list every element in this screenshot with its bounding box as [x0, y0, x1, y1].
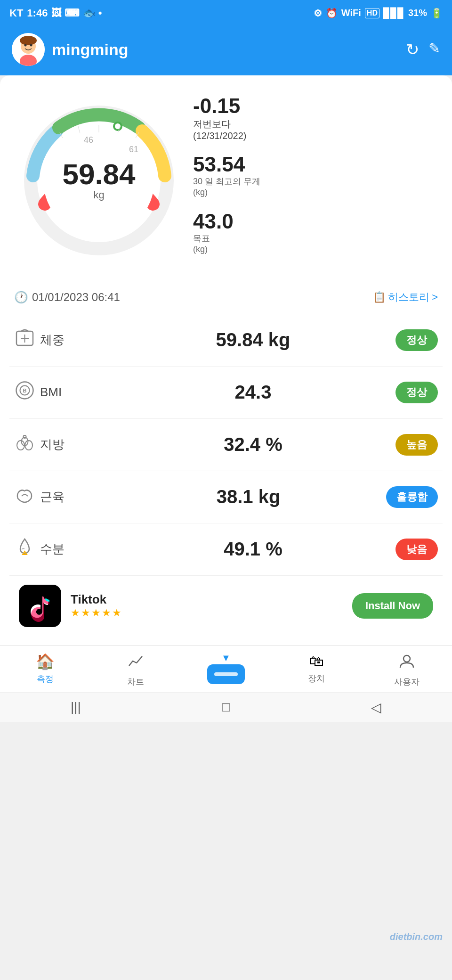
- watermark: dietbin.com: [390, 931, 443, 942]
- header-username: mingming: [52, 41, 128, 59]
- weight-value: 59.84 kg: [111, 329, 396, 351]
- back-button[interactable]: ◁: [371, 700, 381, 715]
- history-button[interactable]: 📋 히스토리 >: [373, 290, 438, 304]
- chart-icon: [127, 653, 144, 673]
- hd-icon: HD: [365, 8, 379, 18]
- gauge-stats: -0.15 저번보다 (12/31/2022) 53.54 30 일 최고의 무…: [193, 94, 433, 267]
- header: mingming ↻ ✎: [0, 26, 452, 75]
- clock-icon: 🕐: [14, 291, 28, 304]
- edit-icon[interactable]: ✎: [428, 40, 440, 59]
- refresh-icon[interactable]: ↻: [406, 40, 419, 59]
- recents-button[interactable]: |||: [71, 700, 81, 715]
- nav-user[interactable]: 사용자: [362, 653, 452, 687]
- measure-label: 측정: [37, 673, 54, 685]
- stat-max-value: 53.54: [193, 153, 433, 176]
- device-icon: 🛍: [309, 653, 324, 670]
- svg-text:B: B: [23, 388, 27, 393]
- notification-icons: 🖼 ⌨ 🐟 •: [51, 7, 102, 19]
- fat-icon: [14, 432, 40, 457]
- gauge-card: 46 61 59.84 kg -0: [9, 85, 443, 276]
- nav-device[interactable]: 🛍 장치: [271, 653, 362, 687]
- stat-goal-label: 목표 (kg): [193, 233, 433, 255]
- metric-row-muscle: 근육 38.1 kg 훌륭함: [9, 471, 443, 523]
- svg-text:46: 46: [84, 135, 93, 145]
- weight-icon: [14, 327, 40, 353]
- muscle-icon: [14, 484, 40, 510]
- stat-change-label: 저번보다 (12/31/2022): [193, 118, 433, 141]
- svg-point-5: [30, 44, 32, 47]
- svg-point-11: [115, 123, 121, 129]
- ad-info: Tiktok ★★★★★: [71, 592, 343, 619]
- main-content: 46 61 59.84 kg -0: [0, 75, 452, 645]
- gauge-center: 59.84 kg: [62, 160, 135, 201]
- metric-row-weight: 체중 59.84 kg 정상: [9, 314, 443, 367]
- wifi-icon: WiFi: [341, 8, 361, 18]
- measure-icon: 🏠: [36, 653, 55, 670]
- water-value: 49.1 %: [111, 539, 396, 560]
- bmi-value: 24.3: [111, 382, 396, 403]
- nav-chart[interactable]: 차트: [90, 653, 181, 687]
- user-icon: [398, 653, 415, 673]
- history-icon: 📋: [373, 291, 386, 303]
- user-label: 사용자: [394, 676, 420, 687]
- home-button[interactable]: □: [222, 700, 230, 715]
- stat-change-value: -0.15: [193, 94, 433, 118]
- fat-value: 32.4 %: [111, 434, 396, 455]
- date-value: 01/01/2023 06:41: [32, 291, 120, 304]
- status-bar: KT 1:46 🖼 ⌨ 🐟 • ⚙ ⏰ WiFi HD ▊▊▊ 31% 🔋: [0, 0, 452, 26]
- stat-goal-value: 43.0: [193, 210, 433, 233]
- system-nav: ||| □ ◁: [0, 692, 452, 722]
- svg-point-29: [404, 655, 410, 662]
- gauge-unit: kg: [62, 189, 135, 201]
- alarm-icon: ⏰: [326, 8, 338, 19]
- gauge-container: 46 61 59.84 kg: [19, 100, 179, 261]
- water-icon: !: [14, 537, 40, 562]
- bmi-badge: 정상: [396, 382, 438, 403]
- svg-point-2: [20, 36, 37, 45]
- chevron-right-icon: >: [432, 291, 438, 303]
- svg-text:61: 61: [129, 145, 138, 154]
- ad-stars: ★★★★★: [71, 607, 343, 619]
- nav-measure[interactable]: 🏠 측정: [0, 653, 90, 687]
- install-now-button[interactable]: Install Now: [352, 593, 433, 619]
- bmi-icon: B: [14, 380, 40, 405]
- metric-row-bmi: B BMI 24.3 정상: [9, 367, 443, 419]
- battery-icon: 🔋: [431, 8, 443, 19]
- date-text: 🕐 01/01/2023 06:41: [14, 291, 120, 304]
- status-right: ⚙ ⏰ WiFi HD ▊▊▊ 31% 🔋: [314, 8, 443, 19]
- muscle-label: 근육: [40, 489, 111, 505]
- stat-goal: 43.0 목표 (kg): [193, 210, 433, 255]
- header-icons: ↻ ✎: [406, 40, 440, 59]
- muscle-badge: 훌륭함: [386, 486, 438, 508]
- app-icon: ⚙: [314, 8, 322, 19]
- ad-title: Tiktok: [71, 592, 343, 607]
- nav-center[interactable]: ▼: [181, 653, 271, 687]
- bottom-nav: 🏠 측정 차트 ▼ 🛍 장치 사용자: [0, 645, 452, 692]
- svg-point-4: [24, 44, 27, 47]
- bmi-label: BMI: [40, 385, 111, 400]
- svg-text:!: !: [24, 551, 25, 555]
- chart-label: 차트: [127, 676, 144, 687]
- weight-badge: 정상: [396, 329, 438, 351]
- stat-max-label: 30 일 최고의 무게 (kg): [193, 176, 433, 198]
- date-row: 🕐 01/01/2023 06:41 📋 히스토리 >: [9, 281, 443, 314]
- muscle-value: 38.1 kg: [111, 486, 386, 507]
- stat-change: -0.15 저번보다 (12/31/2022): [193, 94, 433, 141]
- fat-label: 지방: [40, 436, 111, 453]
- battery: 31%: [408, 8, 427, 18]
- stat-max: 53.54 30 일 최고의 무게 (kg): [193, 153, 433, 198]
- history-label: 히스토리: [388, 290, 429, 304]
- signal-icon: ▊▊▊: [383, 8, 404, 19]
- gauge-value: 59.84: [62, 160, 135, 189]
- status-left: KT 1:46 🖼 ⌨ 🐟 •: [9, 7, 102, 19]
- metric-row-water: ! 수분 49.1 % 낮음: [9, 523, 443, 576]
- tiktok-icon: [19, 585, 61, 627]
- water-label: 수분: [40, 541, 111, 557]
- weight-label: 체중: [40, 332, 111, 348]
- fat-badge: 높음: [396, 434, 438, 456]
- water-badge: 낮음: [396, 539, 438, 560]
- metrics-list: 체중 59.84 kg 정상 B BMI 24.3 정상: [9, 314, 443, 576]
- metric-row-fat: 지방 32.4 % 높음: [9, 419, 443, 471]
- device-label: 장치: [308, 673, 325, 684]
- ad-banner: Tiktok ★★★★★ Install Now: [9, 576, 443, 636]
